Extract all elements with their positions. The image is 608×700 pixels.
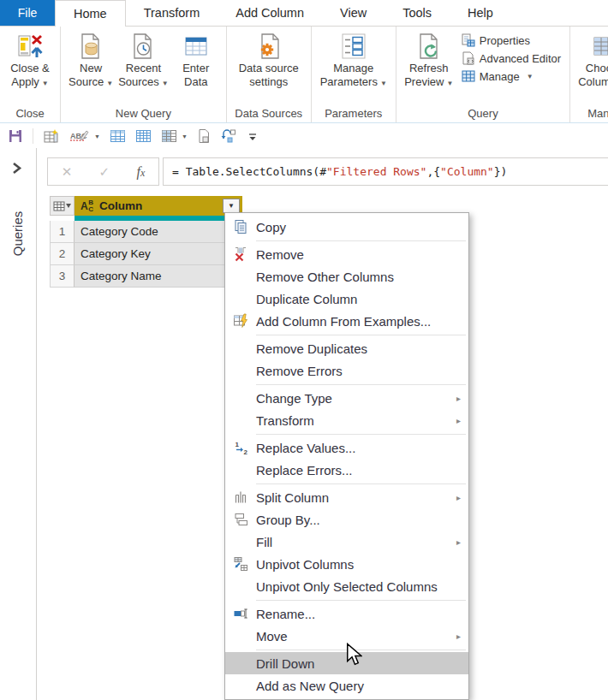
close-and-apply-button[interactable]: Close & Apply▼	[5, 29, 55, 89]
menu-item-add-as-new-query[interactable]: Add as New Query	[225, 674, 468, 697]
group-label-parameters: Parameters	[323, 104, 384, 122]
formula-cancel-button[interactable]: ✕	[62, 164, 73, 180]
row-number[interactable]: 2	[50, 243, 75, 265]
menu-item-add-column-from-examples[interactable]: Add Column From Examples...	[225, 310, 468, 332]
quick-access-toolbar: ABC ▼ ▼	[0, 123, 608, 149]
dropdown-caret-icon: ▼	[446, 80, 453, 87]
button-label: Parameters▼	[320, 75, 387, 89]
formula-accept-button[interactable]: ✓	[99, 164, 110, 180]
menu-item-change-type[interactable]: Change Type ▸	[225, 387, 468, 409]
ribbon-group-close: Close & Apply▼ Close	[0, 27, 61, 122]
button-label: Refresh	[409, 62, 449, 75]
replace-values-icon: 1 2	[231, 440, 250, 455]
column-filter-dropdown-button[interactable]: ▼	[223, 199, 240, 213]
button-label: Manage	[333, 62, 373, 75]
menu-item-unpivot-only-selected-columns[interactable]: Unpivot Only Selected Columns	[225, 575, 468, 597]
menu-item-replace-errors[interactable]: Replace Errors...	[225, 459, 468, 481]
button-label: Data	[184, 75, 207, 89]
button-label: settings	[249, 75, 288, 89]
menu-item-remove[interactable]: Remove	[225, 243, 468, 265]
data-source-settings-icon	[255, 31, 283, 62]
tab-home[interactable]: Home	[55, 0, 126, 27]
column-context-menu: Copy Remove Remove Other Columns Duplica…	[224, 212, 469, 700]
row-number[interactable]: 3	[50, 265, 75, 288]
button-label: Preview▼	[404, 75, 453, 89]
button-label: Apply▼	[11, 75, 48, 89]
tab-tools[interactable]: Tools	[384, 0, 450, 26]
table-cell[interactable]: Category Code	[75, 221, 242, 243]
column-header-column[interactable]: A BC Column ▼	[75, 196, 242, 216]
recent-sources-button[interactable]: Recent Sources▼	[116, 29, 171, 89]
grid-icon[interactable]	[110, 128, 126, 144]
menu-item-fill[interactable]: Fill ▸	[225, 531, 468, 553]
button-label: Choose	[586, 62, 608, 75]
close-apply-icon	[16, 31, 44, 62]
table-cell[interactable]: Category Name	[75, 265, 242, 288]
tab-add-column[interactable]: Add Column	[218, 0, 322, 26]
menu-item-split-column[interactable]: Split Column ▸	[225, 486, 468, 508]
manage-parameters-icon	[340, 31, 367, 62]
refresh-preview-button[interactable]: Refresh Preview▼	[402, 29, 456, 89]
tab-file[interactable]: File	[0, 0, 55, 26]
tab-help[interactable]: Help	[450, 0, 511, 26]
menu-item-group-by[interactable]: Group By...	[225, 508, 468, 531]
table-sparkle-icon[interactable]	[43, 128, 60, 144]
menu-item-move[interactable]: Move ▸	[225, 625, 468, 647]
ribbon: Close & Apply▼ Close New Source▼	[0, 27, 608, 123]
advanced-editor-icon	[462, 51, 475, 65]
svg-text:2: 2	[244, 448, 248, 456]
text-type-icon: A BC	[80, 199, 93, 212]
formula-bar-buttons: ✕ ✓ fx	[47, 157, 159, 186]
properties-icon	[462, 33, 475, 47]
advanced-editor-button[interactable]: Advanced Editor	[462, 51, 561, 65]
formula-input[interactable]: = Table.SelectColumns(#"Filtered Rows",{…	[163, 157, 608, 186]
button-label: Advanced Editor	[480, 52, 561, 65]
grid-dense-icon[interactable]	[135, 128, 152, 144]
dropdown-caret-icon: ▼	[527, 73, 533, 80]
swap-icon[interactable]	[220, 128, 237, 144]
grid-column-icon[interactable]: ▼	[161, 128, 188, 144]
ribbon-group-new-query: New Source▼ Recent Sources▼	[61, 27, 227, 122]
enter-data-button[interactable]: Enter Data	[171, 29, 221, 89]
document-icon[interactable]	[197, 128, 211, 144]
table-select-all-button[interactable]	[50, 196, 75, 216]
dropdown-caret-icon: ▼	[106, 80, 113, 87]
menu-item-replace-values[interactable]: 1 2 Replace Values...	[225, 436, 468, 459]
expand-queries-chevron-icon[interactable]	[11, 162, 22, 175]
manage-button[interactable]: Manage ▼	[462, 69, 561, 83]
abc-edit-icon[interactable]: ABC ▼	[69, 128, 100, 144]
choose-columns-button[interactable]: Choose Columns▼	[575, 29, 608, 89]
tab-transform[interactable]: Transform	[126, 0, 218, 26]
manage-parameters-button[interactable]: Manage Parameters▼	[317, 29, 390, 89]
menu-item-duplicate-column[interactable]: Duplicate Column	[225, 288, 468, 310]
tab-view[interactable]: View	[322, 0, 384, 26]
button-label: Recent	[126, 62, 161, 75]
new-source-button[interactable]: New Source▼	[66, 29, 116, 89]
menu-separator	[256, 434, 466, 435]
queries-pane-label[interactable]: Queries	[10, 199, 24, 268]
menu-item-remove-duplicates[interactable]: Remove Duplicates	[225, 337, 468, 359]
menu-item-copy[interactable]: Copy	[225, 216, 468, 238]
button-label: Enter	[182, 62, 209, 75]
menu-item-remove-errors[interactable]: Remove Errors	[225, 359, 468, 382]
table-cell[interactable]: Category Key	[75, 243, 242, 265]
data-source-settings-button[interactable]: Data source settings	[232, 29, 306, 89]
save-icon[interactable]	[8, 128, 23, 144]
fx-icon[interactable]: fx	[137, 164, 146, 180]
properties-button[interactable]: Properties	[462, 33, 561, 47]
button-label: Data source	[239, 62, 299, 75]
menu-item-remove-other-columns[interactable]: Remove Other Columns	[225, 265, 468, 288]
button-label: New	[80, 62, 102, 75]
toolbar-overflow-icon[interactable]	[247, 128, 259, 144]
ribbon-group-query: Refresh Preview▼ Properties	[396, 27, 570, 122]
submenu-arrow-icon: ▸	[456, 416, 461, 425]
split-column-icon	[231, 489, 250, 505]
menu-item-unpivot-columns[interactable]: Unpivot Columns	[225, 553, 468, 575]
menu-item-transform[interactable]: Transform ▸	[225, 409, 468, 431]
add-column-from-examples-icon	[231, 313, 250, 329]
row-number[interactable]: 1	[50, 221, 75, 243]
svg-text:1: 1	[235, 441, 240, 448]
button-label: Columns▼	[578, 75, 608, 89]
menu-item-drill-down[interactable]: Drill Down	[225, 652, 468, 674]
menu-item-rename[interactable]: Rename...	[225, 602, 468, 625]
